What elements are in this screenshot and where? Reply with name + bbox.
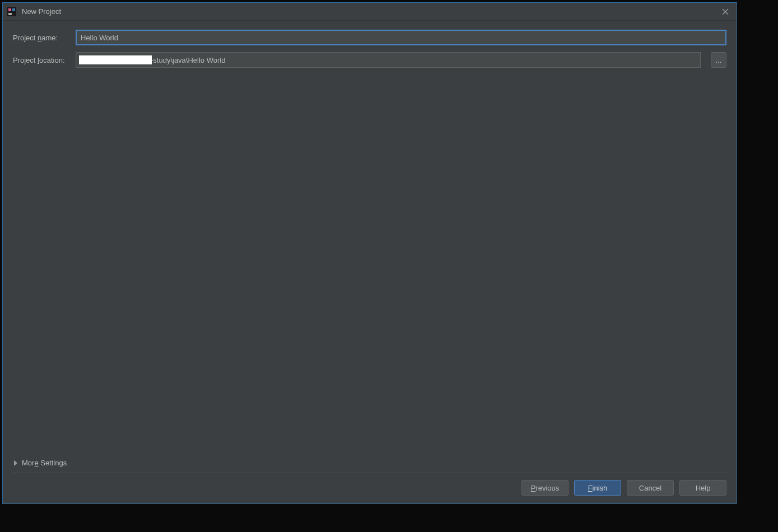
project-name-label: Project name: [13, 34, 72, 42]
dialog-content: Project name: Project location: ... More… [3, 21, 737, 503]
dialog-buttons: Previous Finish Cancel Help [13, 477, 726, 498]
more-settings-toggle[interactable]: More Settings [13, 456, 726, 468]
more-settings-label: More Settings [22, 459, 67, 467]
app-icon [7, 7, 16, 16]
project-name-row: Project name: [13, 30, 726, 45]
separator [13, 473, 726, 473]
expand-triangle-icon [14, 460, 17, 466]
ellipsis-icon: ... [716, 56, 722, 64]
svg-rect-1 [8, 8, 11, 11]
help-button[interactable]: Help [679, 480, 726, 496]
svg-rect-3 [8, 13, 12, 15]
project-location-label: Project location: [13, 56, 72, 64]
window-title: New Project [22, 7, 61, 16]
new-project-dialog: New Project Project name: Project locati… [2, 2, 737, 504]
cancel-button[interactable]: Cancel [627, 480, 674, 496]
project-location-row: Project location: ... [13, 52, 726, 68]
close-button[interactable] [718, 5, 733, 18]
project-location-input[interactable] [76, 52, 701, 68]
svg-rect-2 [12, 8, 15, 11]
browse-location-button[interactable]: ... [711, 52, 726, 68]
content-spacer [13, 74, 726, 456]
finish-button[interactable]: Finish [574, 480, 621, 496]
previous-button[interactable]: Previous [521, 480, 569, 496]
project-name-input[interactable] [76, 30, 726, 45]
title-bar: New Project [3, 3, 737, 21]
